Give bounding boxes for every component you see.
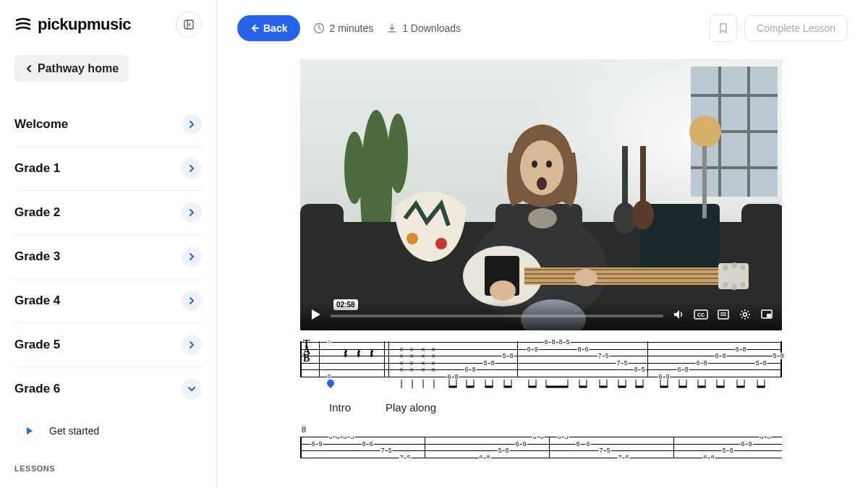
- video-player[interactable]: 02:58 CC: [300, 59, 782, 330]
- nav-label: Grade 6: [14, 382, 60, 396]
- back-button[interactable]: Back: [237, 15, 300, 41]
- svg-rect-91: [636, 386, 643, 388]
- chevron-right-icon: [182, 202, 202, 223]
- downloads-meta[interactable]: 1 Downloads: [386, 22, 461, 34]
- tab-notation: TAB x 0 𝄽 𝄽: [300, 342, 785, 458]
- chevron-right-icon: [182, 158, 202, 179]
- tab-line-1: TAB x 0 𝄽 𝄽: [300, 342, 782, 377]
- svg-point-29: [532, 160, 537, 168]
- svg-rect-36: [524, 269, 720, 270]
- video-controls: CC: [300, 301, 782, 330]
- arrow-left-icon: [250, 24, 259, 33]
- svg-point-31: [537, 177, 547, 190]
- beam-marks: [300, 380, 782, 394]
- svg-point-43: [740, 265, 746, 270]
- svg-rect-37: [524, 273, 720, 275]
- nav-label: Grade 5: [14, 338, 60, 352]
- svg-rect-70: [485, 386, 493, 388]
- svg-rect-97: [679, 386, 686, 388]
- video-play-button[interactable]: [309, 308, 322, 324]
- settings-button[interactable]: [739, 308, 752, 324]
- topbar: Back 2 minutes 1 Downloads Complete Less…: [237, 14, 848, 42]
- svg-rect-109: [757, 386, 765, 388]
- svg-rect-103: [717, 386, 724, 388]
- svg-point-55: [744, 313, 747, 317]
- svg-point-18: [435, 238, 447, 249]
- svg-rect-79: [546, 386, 568, 388]
- sidebar-item-grade-6[interactable]: Grade 6: [14, 367, 202, 411]
- svg-point-41: [723, 265, 728, 270]
- measure-number: 8: [302, 425, 306, 434]
- svg-point-47: [490, 281, 516, 301]
- panel-collapse-icon: [183, 19, 195, 30]
- nav-label: Grade 3: [14, 249, 60, 264]
- nav-label: Grade 4: [14, 294, 60, 308]
- nav-label: Welcome: [14, 117, 68, 132]
- sidebar-item-welcome[interactable]: Welcome: [14, 103, 202, 147]
- nav-label: Grade 1: [14, 161, 60, 176]
- pip-button[interactable]: [760, 308, 773, 324]
- volume-button[interactable]: [672, 308, 685, 324]
- svg-rect-85: [600, 386, 607, 388]
- svg-point-44: [723, 282, 728, 288]
- svg-rect-25: [702, 146, 707, 218]
- tab-caption-intro: Intro: [329, 401, 351, 414]
- svg-point-24: [689, 116, 721, 147]
- svg-point-12: [344, 132, 365, 204]
- svg-rect-15: [300, 204, 344, 276]
- lesson-item[interactable]: Pentatonic – Up minor, down major, back …: [14, 480, 202, 488]
- clock-icon: [313, 22, 325, 34]
- duration-text: 2 minutes: [329, 22, 373, 34]
- svg-rect-38: [524, 278, 720, 279]
- download-icon: [386, 22, 398, 34]
- play-icon: [17, 419, 41, 442]
- collapse-sidebar-button[interactable]: [176, 12, 202, 38]
- duration-meta: 2 minutes: [313, 22, 373, 34]
- main-content: Back 2 minutes 1 Downloads Complete Less…: [217, 0, 868, 488]
- svg-point-13: [388, 114, 408, 193]
- svg-point-17: [407, 233, 418, 244]
- nav-label: Grade 2: [14, 205, 60, 220]
- svg-point-32: [528, 208, 557, 228]
- svg-rect-100: [698, 386, 705, 388]
- video-progress-bar[interactable]: [331, 314, 663, 317]
- svg-text:CC: CC: [697, 312, 705, 317]
- chevron-left-icon: [25, 64, 33, 73]
- sidebar-item-grade-3[interactable]: Grade 3: [14, 235, 202, 279]
- svg-rect-67: [467, 386, 474, 388]
- sub-item-label: Get started: [49, 425, 99, 437]
- tab-line-2: 8 69 6885 86 75: [300, 437, 782, 458]
- sidebar-item-grade-2[interactable]: Grade 2: [14, 191, 202, 235]
- svg-rect-64: [449, 386, 456, 388]
- svg-rect-82: [579, 386, 587, 388]
- svg-point-23: [632, 200, 654, 229]
- chevron-right-icon: [182, 114, 202, 134]
- sidebar-item-grade-5[interactable]: Grade 5: [14, 323, 202, 367]
- chevron-right-icon: [182, 335, 202, 355]
- lessons-header: LESSONS: [14, 464, 202, 473]
- logo[interactable]: pickupmusic: [14, 15, 131, 34]
- svg-rect-39: [524, 282, 720, 283]
- downloads-text: 1 Downloads: [402, 22, 461, 34]
- logo-text: pickupmusic: [38, 15, 131, 34]
- svg-rect-57: [767, 314, 771, 317]
- pathway-home-button[interactable]: Pathway home: [14, 55, 129, 82]
- svg-rect-106: [737, 386, 744, 388]
- complete-lesson-button[interactable]: Complete Lesson: [744, 15, 848, 41]
- svg-point-46: [740, 282, 746, 288]
- svg-rect-52: [718, 310, 728, 319]
- svg-rect-88: [618, 386, 626, 388]
- captions-button[interactable]: CC: [694, 309, 708, 322]
- bookmark-button[interactable]: [710, 14, 737, 42]
- svg-rect-73: [504, 386, 511, 388]
- pathway-home-label: Pathway home: [38, 62, 119, 75]
- transcript-button[interactable]: [717, 308, 730, 324]
- chevron-down-icon: [182, 379, 202, 399]
- svg-point-42: [731, 262, 737, 268]
- sidebar-item-grade-1[interactable]: Grade 1: [14, 147, 202, 191]
- svg-rect-76: [529, 386, 536, 388]
- video-thumbnail: [300, 59, 782, 330]
- sidebar-subitem-get-started[interactable]: Get started: [14, 411, 202, 451]
- sidebar-item-grade-4[interactable]: Grade 4: [14, 279, 202, 323]
- tab-caption-playalong: Play along: [386, 401, 436, 414]
